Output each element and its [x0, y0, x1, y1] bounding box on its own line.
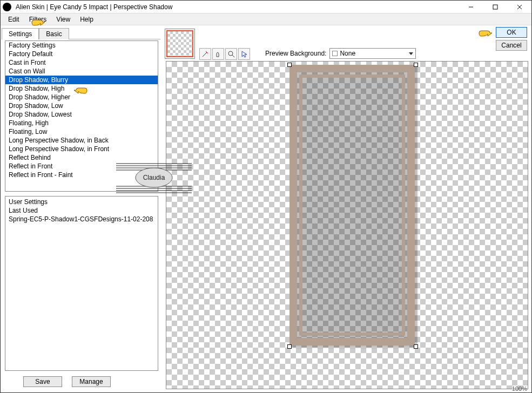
factory-item[interactable]: Drop Shadow, Blurry [5, 76, 158, 84]
user-item[interactable]: Last Used [5, 206, 158, 215]
user-header: User Settings [5, 198, 158, 206]
factory-item[interactable]: Long Perspective Shadow, in Back [5, 136, 158, 145]
frame-object[interactable] [289, 65, 415, 345]
user-settings-list[interactable]: User Settings Last UsedSpring-EC5-P-Shad… [5, 196, 158, 371]
preview-bg-combo[interactable]: None [329, 48, 416, 59]
preview-bg-value: None [340, 50, 355, 57]
svg-line-5 [232, 55, 234, 57]
manage-button[interactable]: Manage [72, 376, 111, 387]
right-panel: Preview Background: None OK Cancel 100% [163, 25, 531, 392]
tool-hand[interactable] [212, 48, 224, 60]
tabrow: Settings Basic [2, 28, 160, 39]
preview-bg-label: Preview Background: [265, 50, 326, 57]
factory-item[interactable]: Long Perspective Shadow, in Front [5, 145, 158, 153]
menubar: Edit Filters View Help [1, 13, 531, 25]
tab-basic[interactable]: Basic [39, 28, 69, 39]
selection-handle[interactable] [414, 344, 418, 349]
factory-item[interactable]: Factory Default [5, 50, 158, 58]
frame-inner [299, 74, 405, 336]
tool-pointer[interactable] [238, 48, 250, 60]
factory-item[interactable]: Drop Shadow, Lowest [5, 110, 158, 119]
ok-button[interactable]: OK [496, 27, 527, 38]
preview-area[interactable] [166, 61, 528, 389]
menu-view[interactable]: View [52, 15, 75, 24]
factory-item[interactable]: Drop Shadow, Low [5, 101, 158, 110]
factory-item[interactable]: Reflect in Front [5, 162, 158, 171]
close-button[interactable] [507, 1, 531, 13]
selection-handle[interactable] [287, 344, 292, 349]
factory-item[interactable]: Drop Shadow, High [5, 84, 158, 93]
selection-handle[interactable] [414, 63, 418, 67]
factory-settings-list[interactable]: Factory Settings Factory DefaultCast in … [5, 40, 158, 192]
svg-rect-1 [493, 5, 497, 9]
save-button[interactable]: Save [23, 376, 62, 387]
menu-filters[interactable]: Filters [25, 15, 51, 24]
factory-item[interactable]: Floating, Low [5, 127, 158, 136]
content: Settings Basic Factory Settings Factory … [1, 25, 531, 392]
tool-wand[interactable] [199, 48, 211, 60]
factory-item[interactable]: Reflect in Front - Faint [5, 171, 158, 179]
toolbar: Preview Background: None [163, 25, 531, 61]
zoom-level: 100% [512, 385, 527, 392]
factory-item[interactable]: Cast in Front [5, 58, 158, 67]
titlebar: Alien Skin | Eye Candy 5 Impact | Perspe… [1, 1, 531, 13]
window-title: Alien Skin | Eye Candy 5 Impact | Perspe… [14, 3, 459, 11]
menu-edit[interactable]: Edit [4, 15, 24, 24]
tool-zoom[interactable] [225, 48, 237, 60]
factory-item[interactable]: Floating, High [5, 119, 158, 127]
minimize-button[interactable] [459, 1, 483, 13]
factory-header: Factory Settings [5, 41, 158, 50]
thumbnail-strip[interactable] [165, 29, 195, 59]
thumbnail-selected[interactable] [166, 30, 193, 57]
selection-handle[interactable] [287, 63, 292, 67]
menu-help[interactable]: Help [76, 15, 98, 24]
chevron-down-icon [409, 52, 413, 55]
left-panel: Settings Basic Factory Settings Factory … [1, 25, 163, 392]
button-row: Save Manage [2, 373, 160, 390]
user-item[interactable]: Spring-EC5-P-Shadow1-CGSFDesigns-11-02-2… [5, 215, 158, 223]
preview-bg-group: Preview Background: None [265, 48, 416, 59]
tool-buttons [199, 48, 250, 60]
factory-item[interactable]: Drop Shadow, Higher [5, 93, 158, 101]
dialog-buttons: OK Cancel [496, 25, 527, 51]
app-icon [3, 3, 11, 11]
tab-settings[interactable]: Settings [2, 28, 39, 39]
cancel-button[interactable]: Cancel [496, 40, 527, 51]
factory-item[interactable]: Reflect Behind [5, 153, 158, 162]
swatch-icon [332, 51, 338, 56]
factory-item[interactable]: Cast on Wall [5, 67, 158, 76]
svg-point-4 [228, 51, 233, 56]
maximize-button[interactable] [483, 1, 507, 13]
